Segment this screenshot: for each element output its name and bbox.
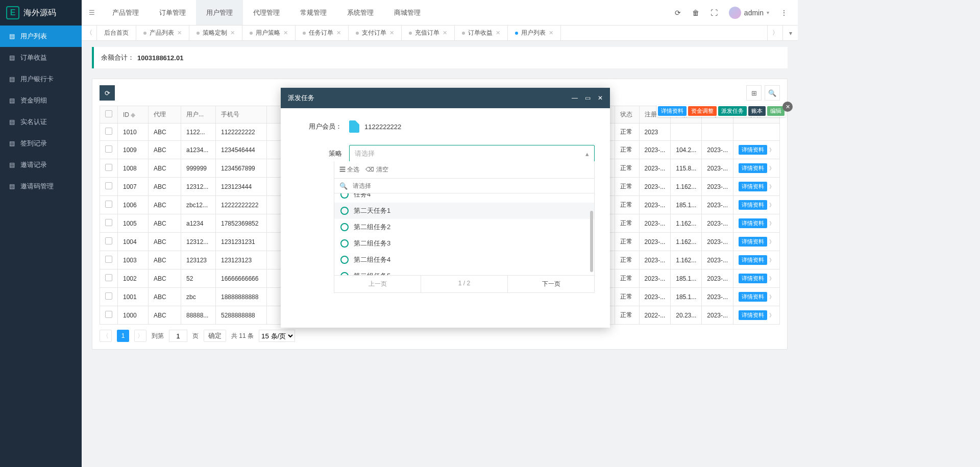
row-checkbox[interactable] — [105, 274, 112, 281]
sidebar-item-6[interactable]: ▤邀请记录 — [0, 154, 82, 176]
op-edit-button[interactable]: 编辑 — [767, 106, 785, 116]
row-checkbox[interactable] — [105, 201, 112, 208]
dropdown-option-4[interactable]: 第二组任务4 — [334, 252, 594, 268]
tab-1[interactable]: 产品列表✕ — [136, 26, 189, 40]
more-icon[interactable]: ⋮ — [780, 9, 788, 17]
sidebar-item-1[interactable]: ▤订单收益 — [0, 47, 82, 68]
ops-more-icon[interactable]: 》 — [769, 220, 774, 226]
ops-more-icon[interactable]: 》 — [769, 165, 774, 171]
tab-more-menu[interactable]: ▾ — [782, 26, 798, 40]
fullscreen-icon[interactable]: ⛶ — [710, 9, 718, 17]
ops-more-icon[interactable]: 》 — [769, 184, 774, 189]
dropdown-option-0[interactable]: 任务4 — [334, 193, 594, 203]
maximize-icon[interactable]: ▭ — [585, 94, 591, 102]
op-detail-button[interactable]: 详情资料 — [739, 200, 767, 210]
tab-close-icon[interactable]: ✕ — [496, 30, 500, 36]
dropdown-option-1[interactable]: 第二天任务1 — [334, 203, 594, 219]
op-detail-button[interactable]: 详情资料 — [739, 145, 767, 155]
nav-item-5[interactable]: 系统管理 — [337, 0, 384, 25]
pager-prev[interactable]: 〈 — [100, 330, 112, 342]
nav-item-2[interactable]: 用户管理 — [196, 0, 243, 25]
op-detail-button[interactable]: 详情资料 — [739, 182, 767, 191]
tab-close-icon[interactable]: ✕ — [336, 30, 341, 36]
tab-7[interactable]: 订单收益✕ — [455, 26, 508, 40]
tab-6[interactable]: 充值订单✕ — [402, 26, 455, 40]
dropdown-clear[interactable]: ⌫ 清空 — [365, 165, 388, 174]
nav-item-3[interactable]: 代理管理 — [243, 0, 290, 25]
op-detail-button[interactable]: 详情资料 — [739, 310, 767, 320]
ops-more-icon[interactable]: 》 — [769, 202, 774, 208]
pager-goto-input[interactable] — [169, 330, 187, 342]
sidebar-item-2[interactable]: ▤用户银行卡 — [0, 68, 82, 90]
sidebar-item-3[interactable]: ▤资金明细 — [0, 90, 82, 111]
ops-more-icon[interactable]: 》 — [769, 257, 774, 263]
row-checkbox[interactable] — [105, 145, 112, 153]
tab-5[interactable]: 支付订单✕ — [349, 26, 402, 40]
nav-item-1[interactable]: 订单管理 — [149, 0, 196, 25]
tab-close-icon[interactable]: ✕ — [230, 30, 235, 36]
ops-more-icon[interactable]: 》 — [769, 294, 774, 300]
tab-2[interactable]: 策略定制✕ — [189, 26, 242, 40]
pager-page-1[interactable]: 1 — [117, 330, 129, 342]
row-checkbox[interactable] — [105, 182, 112, 189]
op-detail-button[interactable]: 详情资料 — [739, 218, 767, 228]
pager-next[interactable]: 〉 — [134, 330, 146, 342]
nav-item-0[interactable]: 产品管理 — [102, 0, 149, 25]
ops-more-icon[interactable]: 》 — [769, 312, 774, 318]
tab-close-icon[interactable]: ✕ — [283, 30, 288, 36]
sidebar-item-7[interactable]: ▤邀请码管理 — [0, 176, 82, 197]
dropdown-option-3[interactable]: 第二组任务3 — [334, 235, 594, 252]
ops-more-icon[interactable]: 》 — [769, 239, 774, 244]
columns-button[interactable]: ⊞ — [746, 85, 762, 101]
dropdown-prev-page[interactable]: 上一页 — [334, 276, 421, 292]
op-dispatch-button[interactable]: 派发任务 — [718, 106, 747, 116]
row-checkbox[interactable] — [105, 164, 112, 171]
sidebar-item-4[interactable]: ▤实名认证 — [0, 111, 82, 133]
search-button[interactable]: 🔍 — [765, 85, 780, 101]
sidebar-item-0[interactable]: ▤用户列表 — [0, 26, 82, 47]
op-detail-button[interactable]: 详情资料 — [739, 237, 767, 247]
select-all-checkbox[interactable] — [105, 110, 112, 117]
tab-scroll-left[interactable]: 〈 — [82, 26, 97, 40]
sidebar-item-5[interactable]: ▤签到记录 — [0, 133, 82, 154]
tab-8[interactable]: 用户列表✕ — [508, 26, 561, 40]
ops-more-icon[interactable]: 》 — [769, 147, 774, 153]
tab-close-icon[interactable]: ✕ — [443, 30, 447, 36]
refresh-button[interactable]: ⟳ — [100, 85, 115, 101]
row-checkbox[interactable] — [105, 219, 112, 226]
dropdown-scrollbar[interactable] — [590, 211, 593, 272]
strategy-select[interactable]: 请选择 ▴ — [349, 145, 595, 162]
tab-close-icon[interactable]: ✕ — [177, 30, 182, 36]
pager-perpage[interactable]: 15 条/页 — [259, 330, 295, 342]
trash-icon[interactable]: 🗑 — [692, 9, 699, 17]
ops-more-icon[interactable]: 》 — [769, 276, 774, 281]
refresh-icon[interactable]: ⟳ — [675, 9, 681, 17]
row-checkbox[interactable] — [105, 256, 112, 263]
pager-confirm[interactable]: 确定 — [204, 330, 226, 342]
row-checkbox[interactable] — [105, 311, 112, 318]
tab-0[interactable]: 后台首页 — [97, 26, 136, 40]
op-detail-button[interactable]: 详情资料 — [739, 292, 767, 302]
dropdown-select-all[interactable]: ☰ 全选 — [339, 165, 359, 174]
op-detail-button[interactable]: 详情资料 — [658, 106, 687, 116]
row-checkbox[interactable] — [105, 237, 112, 244]
op-detail-button[interactable]: 详情资料 — [739, 274, 767, 283]
tab-scroll-right[interactable]: 〉 — [767, 26, 782, 40]
user-menu[interactable]: admin ▾ — [729, 7, 769, 19]
dropdown-search-input[interactable] — [352, 182, 589, 190]
dropdown-option-5[interactable]: 第二组任务5 — [334, 268, 594, 275]
dropdown-next-page[interactable]: 下一页 — [508, 276, 594, 292]
op-detail-button[interactable]: 详情资料 — [739, 255, 767, 265]
col-id[interactable]: ID ◆ — [118, 106, 149, 124]
minimize-icon[interactable]: ― — [572, 94, 578, 102]
nav-item-6[interactable]: 商城管理 — [384, 0, 431, 25]
nav-item-4[interactable]: 常规管理 — [290, 0, 337, 25]
dropdown-option-2[interactable]: 第二组任务2 — [334, 219, 594, 235]
tab-3[interactable]: 用户策略✕ — [242, 26, 296, 40]
tab-close-icon[interactable]: ✕ — [549, 30, 553, 36]
tab-close-icon[interactable]: ✕ — [389, 30, 394, 36]
op-funds-button[interactable]: 资金调整 — [688, 106, 717, 116]
row-checkbox[interactable] — [105, 128, 112, 135]
op-detail-button[interactable]: 详情资料 — [739, 163, 767, 173]
op-ledger-button[interactable]: 账本 — [748, 106, 766, 116]
